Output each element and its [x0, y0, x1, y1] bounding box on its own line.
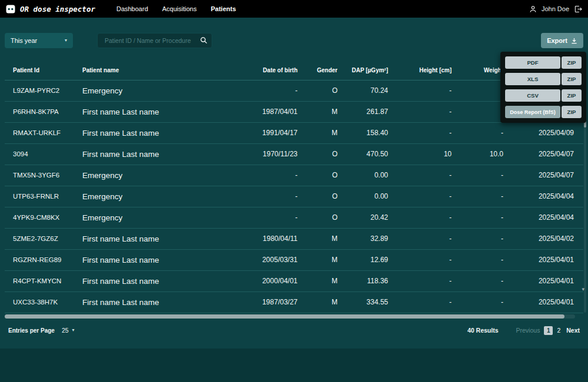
app-logo-icon[interactable]: [6, 5, 15, 14]
cell-dap: 158.40: [338, 122, 388, 143]
cell-weight: -: [452, 291, 503, 313]
col-date-of-birth[interactable]: Date of birth: [220, 61, 298, 80]
entries-per-page-select[interactable]: 25 ▾: [62, 327, 75, 334]
cell-gender: M: [298, 249, 338, 270]
table-row[interactable]: R4CPT-KMYCN First name Last name 2000/04…: [5, 270, 583, 291]
period-select[interactable]: This year ▾: [5, 33, 73, 48]
chevron-down-icon: ▾: [72, 328, 75, 333]
table-row[interactable]: UXC33-38H7K First name Last name 1987/03…: [5, 291, 583, 313]
pagination-page-2[interactable]: 2: [557, 327, 560, 334]
patients-table: Patient Id Patient name Date of birth Ge…: [5, 61, 583, 313]
cell-height: -: [388, 122, 452, 143]
patients-table-body: L9ZAM-PYRC2 Emergency - O 70.24 - P6RHN-…: [5, 80, 583, 313]
cell-patient-name: Emergency: [74, 80, 220, 101]
user-icon: [529, 5, 537, 13]
user-menu[interactable]: John Doe: [529, 5, 582, 13]
cell-dap: 0.00: [338, 186, 388, 207]
col-patient-id[interactable]: Patient Id: [5, 61, 74, 80]
nav-item-dashboard[interactable]: Dashboard: [116, 5, 148, 12]
cell-patient-id: L9ZAM-PYRC2: [5, 80, 74, 101]
cell-dob: -: [220, 165, 298, 186]
logout-icon[interactable]: [574, 5, 582, 13]
nav-item-patients[interactable]: Patients: [211, 5, 236, 12]
search-input[interactable]: [97, 33, 212, 48]
cell-patient-id: UXC33-38H7K: [5, 291, 74, 313]
pagination-next[interactable]: Next: [566, 327, 580, 334]
cell-weight: -: [452, 122, 503, 143]
cell-patient-name: First name Last name: [74, 249, 220, 270]
cell-dap: 118.36: [338, 270, 388, 291]
export-dose-report-button[interactable]: Dose Report (BfS): [505, 106, 560, 118]
cell-dob: -: [220, 186, 298, 207]
table-row[interactable]: P6RHN-8K7PA First name Last name 1987/04…: [5, 101, 583, 122]
table-row[interactable]: 3094 First name Last name 1970/11/23 O 4…: [5, 143, 583, 165]
table-row[interactable]: RMAXT-URKLF First name Last name 1991/04…: [5, 122, 583, 143]
cell-weight: -: [452, 249, 503, 270]
cell-dob: 1980/04/11: [220, 228, 298, 249]
table-footer: Entries per Page 25 ▾ 40 Results Previou…: [8, 326, 580, 335]
col-patient-name[interactable]: Patient name: [74, 61, 220, 80]
cell-weight: -: [452, 186, 503, 207]
col-height[interactable]: Height [cm]: [388, 61, 452, 80]
cell-height: -: [388, 80, 452, 101]
pagination-page-1[interactable]: 1: [544, 326, 553, 335]
table-row[interactable]: 4YPK9-CM8KX Emergency - O 20.42 - - 2025…: [5, 207, 583, 228]
cell-patient-id: TMX5N-3YGF6: [5, 165, 74, 186]
cell-gender: O: [298, 80, 338, 101]
nav-item-acquisitions[interactable]: Acquisitions: [162, 5, 197, 12]
cell-patient-id: 4YPK9-CM8KX: [5, 207, 74, 228]
cell-height: -: [388, 186, 452, 207]
cell-patient-id: UTP63-FRNLR: [5, 186, 74, 207]
export-dose-report-zip-button[interactable]: ZIP: [562, 106, 582, 118]
horizontal-scrollbar-thumb[interactable]: [5, 314, 564, 319]
export-csv-zip-button[interactable]: ZIP: [562, 89, 582, 102]
export-pdf-zip-button[interactable]: ZIP: [562, 56, 582, 69]
export-xls-button[interactable]: XLS: [505, 73, 560, 85]
cell-height: -: [388, 165, 452, 186]
content-area: This year ▾ Export PDF ZIP: [0, 18, 588, 349]
patients-table-wrap: Patient Id Patient name Date of birth Ge…: [5, 61, 583, 313]
table-row[interactable]: L9ZAM-PYRC2 Emergency - O 70.24 -: [5, 80, 583, 101]
cell-date: 2025/04/04: [503, 207, 583, 228]
cell-dob: -: [220, 80, 298, 101]
export-xls-zip-button[interactable]: ZIP: [562, 73, 582, 85]
cell-patient-id: 3094: [5, 143, 74, 165]
period-select-value: This year: [11, 37, 37, 44]
cell-date: 2025/04/09: [503, 122, 583, 143]
table-row[interactable]: RGZRN-REG89 First name Last name 2005/03…: [5, 249, 583, 270]
cell-gender: M: [298, 228, 338, 249]
cell-dap: 32.89: [338, 228, 388, 249]
cell-date: 2025/04/01: [503, 291, 583, 313]
export-pdf-button[interactable]: PDF: [505, 56, 560, 69]
app-brand: OR dose inspector: [20, 5, 95, 14]
cell-dob: 1987/04/01: [220, 101, 298, 122]
col-gender[interactable]: Gender: [298, 61, 338, 80]
export-button[interactable]: Export: [541, 33, 583, 48]
cell-height: -: [388, 249, 452, 270]
cell-patient-name: First name Last name: [74, 228, 220, 249]
cell-date: 2025/04/07: [503, 143, 583, 165]
horizontal-scrollbar[interactable]: [5, 314, 575, 319]
cell-dap: 20.42: [338, 207, 388, 228]
export-csv-button[interactable]: CSV: [505, 89, 560, 102]
table-row[interactable]: 5ZME2-7GZ6Z First name Last name 1980/04…: [5, 228, 583, 249]
results-count: 40 Results: [467, 327, 499, 334]
cell-date: 2025/04/02: [503, 228, 583, 249]
cell-gender: O: [298, 207, 338, 228]
cell-patient-name: First name Last name: [74, 122, 220, 143]
table-header-row: Patient Id Patient name Date of birth Ge…: [5, 61, 583, 80]
pagination-previous[interactable]: Previous: [516, 327, 540, 334]
col-weight[interactable]: Weight: [452, 61, 503, 80]
col-dap[interactable]: DAP [µGym²]: [338, 61, 388, 80]
cell-patient-id: R4CPT-KMYCN: [5, 270, 74, 291]
cell-dap: 70.24: [338, 80, 388, 101]
table-row[interactable]: UTP63-FRNLR Emergency - O 0.00 - - 2025/…: [5, 186, 583, 207]
search-icon: [200, 36, 208, 44]
cell-height: -: [388, 207, 452, 228]
cell-gender: M: [298, 270, 338, 291]
table-row[interactable]: TMX5N-3YGF6 Emergency - O 0.00 - - 2025/…: [5, 165, 583, 186]
cell-weight: -: [452, 270, 503, 291]
cell-date: 2025/04/01: [503, 270, 583, 291]
cell-patient-id: P6RHN-8K7PA: [5, 101, 74, 122]
export-menu-row-dose-report: Dose Report (BfS) ZIP: [505, 106, 582, 118]
